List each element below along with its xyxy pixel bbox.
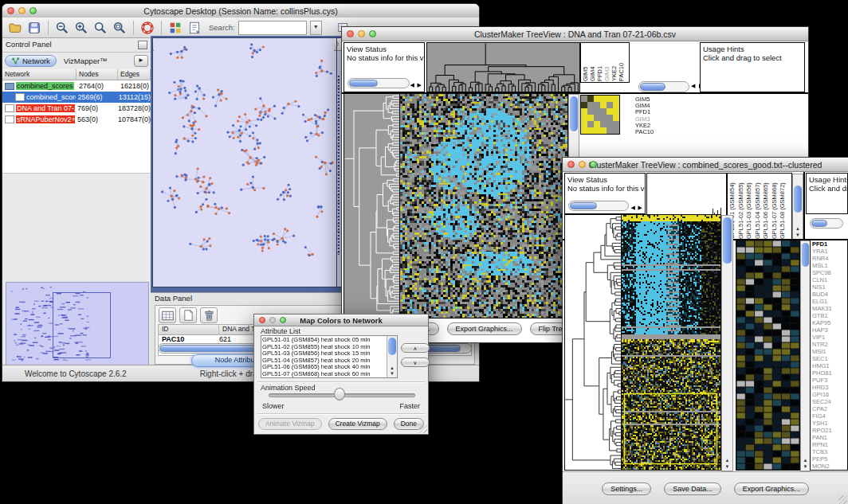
close-button[interactable] — [7, 7, 14, 14]
scroll-thumb[interactable] — [794, 186, 802, 213]
close-button[interactable] — [259, 317, 265, 323]
scroll-thumb[interactable] — [811, 220, 827, 227]
zoom-heatmap-cell[interactable] — [613, 108, 619, 115]
create-vizmap-button[interactable]: Create Vizmap — [328, 418, 387, 430]
zoom-heatmap-cell[interactable] — [600, 115, 607, 121]
treeview-button[interactable]: Export Graphics... — [447, 322, 522, 335]
network-row[interactable]: sRNAPuberNov2+ 563(0) 107847(0) — [2, 114, 151, 125]
zoom-fit-icon[interactable] — [112, 20, 128, 36]
attribute-list[interactable]: GPL51-01 (GSM854) heat shock 05 minGPL51… — [261, 335, 398, 378]
zoom-heatmap-cell[interactable] — [587, 102, 594, 108]
network-view-canvas[interactable] — [154, 38, 334, 272]
zoom-hscrollbar[interactable] — [638, 81, 689, 92]
detail-heatmap-canvas[interactable] — [736, 240, 799, 470]
scroll-thumb[interactable] — [640, 83, 665, 91]
attribute-item[interactable]: GPL51-03 (GSM856) heat shock 15 min — [262, 350, 387, 357]
move-down-button[interactable]: ∨ — [401, 357, 430, 367]
row-dendrogram-canvas[interactable] — [565, 215, 622, 470]
zoom-heatmap-cell[interactable] — [587, 96, 594, 102]
search-dropdown-icon[interactable]: ▼ — [310, 21, 322, 35]
attribute-item[interactable]: GPL51-01 (GSM854) heat shock 05 min — [262, 337, 387, 344]
scroll-thumb[interactable] — [570, 202, 597, 209]
scroll-up-icon[interactable]: ▲ — [722, 458, 732, 463]
save-icon[interactable] — [26, 20, 42, 36]
zoom-heatmap-cell[interactable] — [587, 127, 594, 134]
network-frame-clustered[interactable]: combined_scores_good.txt--cluste... — [152, 37, 337, 287]
zoom-selected-icon[interactable] — [92, 20, 108, 36]
column-header[interactable]: Edges — [118, 69, 151, 80]
zoom-heatmap-cell[interactable] — [594, 108, 600, 115]
zoom-heatmap-cell[interactable] — [607, 127, 613, 134]
heatmap-pane[interactable] — [400, 94, 567, 318]
window-controls[interactable] — [7, 7, 37, 14]
zoom-out-icon[interactable] — [54, 20, 70, 36]
zoom-heatmap-cell[interactable] — [594, 121, 600, 127]
scroll-thumb[interactable] — [388, 338, 396, 355]
scroll-thumb[interactable] — [723, 217, 732, 264]
zoom-heatmap-cell[interactable] — [607, 121, 613, 127]
annotation-icon[interactable] — [186, 20, 202, 36]
zoom-heatmap-cell[interactable] — [607, 108, 613, 115]
delete-attribute-icon[interactable] — [200, 307, 218, 323]
global-heatmap-pane[interactable] — [622, 215, 720, 470]
minimize-button[interactable] — [358, 30, 365, 37]
open-file-icon[interactable] — [7, 20, 23, 36]
id-column-header[interactable]: ID — [159, 325, 219, 334]
attribute-item[interactable]: GPL51-02 (GSM855) heat shock 10 min — [262, 344, 387, 351]
zoom-heatmap-cell[interactable] — [594, 102, 600, 108]
zoom-heatmap-cell[interactable] — [581, 127, 587, 134]
cytoscape-titlebar[interactable]: Cytoscape Desktop (Session Name: collins… — [2, 4, 479, 18]
column-dendrogram-pane[interactable] — [427, 43, 579, 92]
zoom-heatmap-cell[interactable] — [613, 115, 619, 121]
usage-hscrollbar[interactable] — [810, 218, 843, 229]
zoom-heatmap-cell[interactable] — [613, 102, 619, 108]
status-hscrollbar[interactable] — [347, 78, 410, 88]
scroll-left-icon[interactable]: ◀ — [631, 205, 635, 211]
zoom-heatmap-cell[interactable] — [600, 108, 607, 115]
animation-slider-thumb[interactable] — [334, 388, 345, 400]
zoom-heatmap-cell[interactable] — [581, 121, 587, 127]
move-up-button[interactable]: ∧ — [401, 343, 430, 353]
zoom-in-icon[interactable] — [73, 20, 89, 36]
scroll-down-icon[interactable]: ▼ — [793, 232, 803, 238]
zoom-button[interactable] — [590, 161, 597, 168]
zoom-heatmap-cell[interactable] — [587, 121, 594, 127]
column-dendrogram-canvas[interactable] — [427, 43, 579, 92]
scroll-up-icon[interactable]: ▲ — [801, 458, 810, 463]
tab-overflow-icon[interactable]: ► — [134, 55, 148, 67]
attribute-vscrollbar[interactable]: ▲ ▼ — [387, 336, 397, 377]
treeview-combined-titlebar[interactable]: ClusterMaker TreeView : combined_scores_… — [563, 158, 848, 172]
zoom-button[interactable] — [369, 30, 376, 37]
scroll-thumb[interactable] — [802, 243, 809, 267]
network-overview-thumbnail[interactable] — [6, 282, 149, 368]
detail-heatmap-pane[interactable] — [736, 240, 799, 470]
resize-grip[interactable] — [418, 424, 427, 433]
zoom-heatmap-cell[interactable] — [600, 96, 607, 102]
scroll-down-icon[interactable]: ▼ — [722, 464, 732, 470]
treeview-dna-titlebar[interactable]: ClusterMaker TreeView : DNA and Tran 07-… — [342, 27, 808, 41]
scroll-up-icon[interactable]: ▲ — [793, 226, 803, 232]
dialog-titlebar[interactable]: Map Colors to Network — [254, 315, 428, 326]
close-button[interactable] — [347, 30, 354, 37]
resize-grip[interactable] — [838, 495, 847, 504]
minimize-button[interactable] — [18, 7, 26, 14]
global-heatmap-canvas[interactable] — [622, 215, 720, 470]
attribute-item[interactable]: GPL51-06 (GSM865) heat shock 40 min — [262, 364, 387, 371]
scroll-left-icon[interactable]: ◀ — [691, 83, 695, 89]
zoom-heatmap-cell[interactable] — [581, 102, 587, 108]
treeview-button[interactable]: Export Graphics... — [734, 483, 809, 495]
zoom-heatmap[interactable] — [581, 96, 619, 134]
global-vscrollbar[interactable]: ▲ ▼ — [721, 215, 733, 471]
status-hscrollbar[interactable] — [568, 201, 629, 211]
select-attributes-icon[interactable] — [159, 307, 176, 323]
zoom-heatmap-cell[interactable] — [581, 96, 587, 102]
zoom-heatmap-cell[interactable] — [613, 121, 619, 127]
row-dendrogram-canvas[interactable] — [344, 94, 399, 318]
network-row[interactable]: combined_scores 2764(0) 16218(0) — [2, 80, 151, 92]
scroll-right-icon[interactable]: ▶ — [418, 82, 422, 88]
attribute-item[interactable]: GPL51-04 (GSM857) heat shock 20 min — [262, 357, 387, 365]
treeview-button[interactable]: Settings... — [602, 483, 651, 495]
search-input[interactable] — [238, 21, 307, 35]
row-dendrogram-pane[interactable] — [344, 94, 399, 318]
detail-vscrollbar[interactable]: ▲ ▼ — [800, 240, 811, 471]
